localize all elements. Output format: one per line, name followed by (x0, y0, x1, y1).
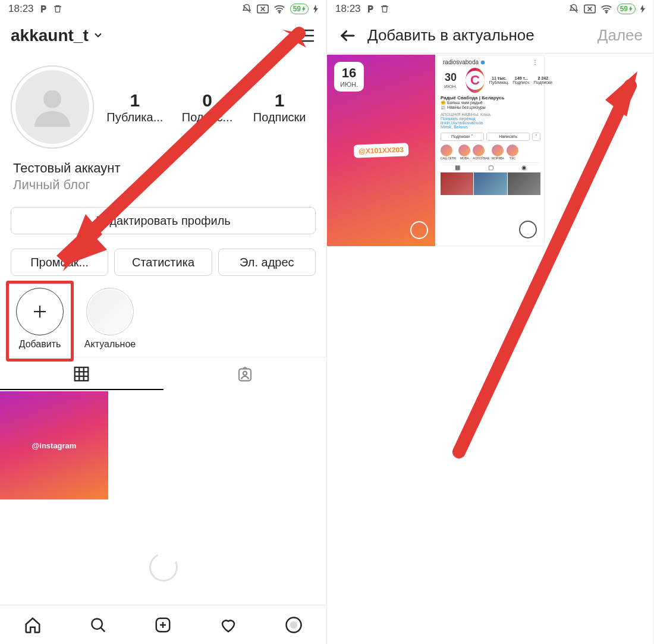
back-button[interactable] (338, 26, 358, 46)
story-mention-sticker: @X101XX203 (354, 143, 408, 158)
p-icon (366, 4, 375, 14)
category-label: Личный блог (13, 177, 313, 193)
mute-icon (568, 4, 579, 14)
svg-point-28 (481, 60, 485, 64)
x-box-icon (257, 4, 269, 14)
username-label: akkaunt_t (11, 26, 89, 45)
mini-avatar: С (466, 68, 485, 93)
battery-indicator: 59 (290, 4, 309, 14)
email-button[interactable]: Эл. адрес (218, 249, 316, 276)
promotions-button[interactable]: Промоак... (11, 249, 108, 276)
svg-line-16 (100, 627, 105, 632)
avatar-placeholder (15, 70, 89, 144)
charging-icon (640, 5, 645, 13)
battery-indicator: 59 (617, 4, 636, 14)
profile-stats-row: 1 Публика... 0 Подпис... 1 Подписки (0, 54, 326, 157)
svg-point-5 (43, 90, 61, 108)
bio-block: Тестовый аккаунт Личный блог (0, 161, 326, 193)
verified-icon (480, 60, 485, 65)
highlight-actual[interactable]: Актуальное (83, 288, 137, 350)
svg-rect-8 (75, 367, 89, 381)
username-switcher[interactable]: akkaunt_t (11, 26, 104, 45)
header-title: Добавить в актуальное (358, 26, 598, 45)
nav-create[interactable] (131, 605, 196, 644)
tab-grid[interactable] (0, 357, 164, 390)
nav-home[interactable] (0, 605, 65, 644)
avatar[interactable] (11, 65, 94, 149)
select-circle[interactable] (519, 221, 537, 238)
mute-icon (241, 4, 252, 14)
charging-icon (313, 5, 318, 13)
tab-tagged[interactable] (164, 357, 327, 390)
status-bar: 18:23 59 (327, 0, 653, 18)
insights-button[interactable]: Статистика (114, 249, 212, 276)
trash-icon (380, 4, 389, 14)
svg-point-1 (279, 12, 280, 13)
stat-followers[interactable]: 0 Подпис... (171, 90, 244, 124)
menu-button[interactable] (295, 26, 316, 46)
chevron-down-icon (92, 26, 104, 45)
stat-posts[interactable]: 1 Публика... (99, 90, 171, 124)
svg-point-14 (243, 371, 247, 375)
status-time: 18:23 (8, 3, 34, 15)
svg-point-21 (290, 621, 298, 629)
more-icon: ⋮ (532, 59, 538, 65)
nav-profile[interactable] (261, 605, 326, 644)
trash-icon (53, 4, 62, 14)
stat-following[interactable]: 1 Подписки (243, 90, 316, 124)
highlight-add[interactable]: Добавить (13, 288, 67, 350)
select-circle[interactable] (410, 221, 428, 239)
profile-tabs (0, 357, 326, 390)
bottom-nav (0, 605, 326, 644)
story-tile-0[interactable]: 16 июн. @X101XX203 (327, 55, 435, 246)
nav-activity[interactable] (196, 605, 261, 644)
profile-screen: 18:23 59 (0, 0, 327, 644)
p-icon (39, 4, 48, 14)
wifi-icon (273, 4, 285, 14)
status-time: 18:23 (335, 3, 361, 15)
svg-point-15 (92, 618, 102, 629)
mini-follow-button: Подписки ˅ (441, 133, 484, 141)
story-date-badge: 16 июн. (334, 62, 364, 92)
x-box-icon (584, 4, 596, 14)
mini-message-button: Написать (486, 133, 530, 141)
highlights-strip: Добавить Актуальное (0, 276, 326, 357)
status-bar: 18:23 59 (0, 0, 326, 18)
wifi-icon (600, 4, 612, 14)
svg-point-26 (606, 12, 607, 13)
add-highlight-screen: 18:23 59 (327, 0, 654, 644)
display-name: Тестовый аккаунт (13, 161, 313, 176)
profile-header: akkaunt_t (0, 18, 326, 54)
mini-expand-button: ˅ (532, 133, 540, 141)
highlight-header: Добавить в актуальное Далее (327, 18, 653, 54)
loading-spinner (145, 549, 182, 586)
story-picker-grid: 16 июн. @X101XX203 radiosvaboda ⋮ 30 ИЮН… (327, 54, 653, 246)
grid-post-0[interactable]: @instagram (0, 391, 108, 500)
story-tile-1[interactable]: radiosvaboda ⋮ 30 ИЮН. С 11 тыс.Публикац… (436, 55, 545, 246)
edit-profile-button[interactable]: Редактировать профиль (11, 207, 316, 234)
nav-search[interactable] (65, 605, 131, 644)
next-button[interactable]: Далее (598, 26, 643, 45)
